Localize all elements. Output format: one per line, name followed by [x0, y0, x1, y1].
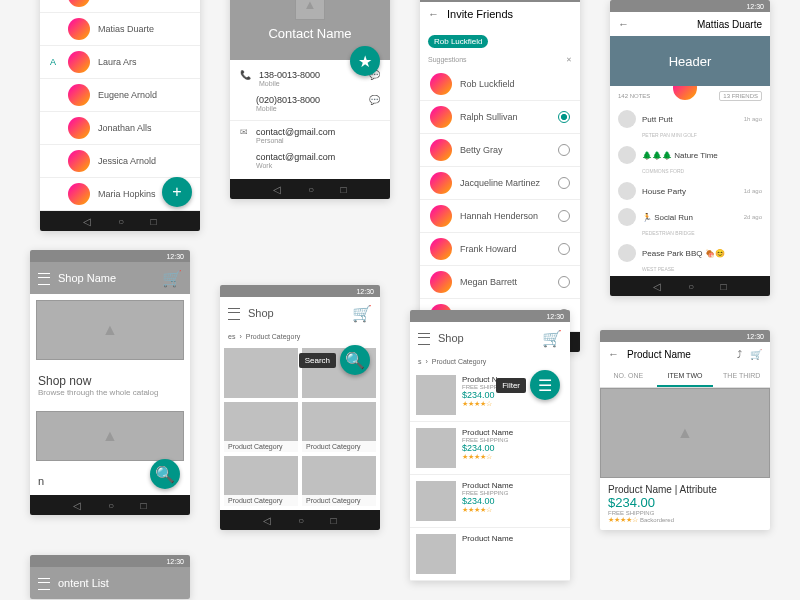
tab-two[interactable]: ITEM TWO: [657, 366, 714, 387]
avatar: [430, 172, 452, 194]
tab-three[interactable]: THE THIRD: [713, 366, 770, 387]
radio-selected[interactable]: [558, 111, 570, 123]
product-row[interactable]: Product NameFREE SHIPPING$234.00★★★★☆: [410, 422, 570, 475]
filter-fab[interactable]: ☰: [530, 370, 560, 400]
feed-item[interactable]: Pease Park BBQ 🍖😊: [610, 240, 770, 266]
contact-row[interactable]: Eugene Arnold: [40, 79, 200, 112]
feed-item[interactable]: House Party1d ago: [610, 178, 770, 204]
android-navbar: ◁○□: [220, 510, 380, 530]
product-row[interactable]: Product NameFREE SHIPPING$234.00★★★★☆: [410, 475, 570, 528]
person-name: Megan Barrett: [460, 277, 517, 287]
back-icon[interactable]: ◁: [83, 216, 91, 227]
menu-icon[interactable]: [38, 578, 50, 588]
back-icon[interactable]: ◁: [273, 184, 281, 195]
radio[interactable]: [558, 243, 570, 255]
suggestion-row[interactable]: Rob Luckfield: [420, 68, 580, 101]
category-cell[interactable]: [224, 348, 298, 398]
product-row[interactable]: Product Name: [410, 528, 570, 581]
home-icon[interactable]: ○: [108, 500, 114, 511]
feed-meta: PETER PAN MINI GOLF: [610, 132, 770, 142]
phone-row[interactable]: (020)8013-8000Mobile💬: [230, 91, 390, 116]
back-arrow-icon[interactable]: ←: [608, 348, 619, 360]
back-arrow-icon[interactable]: ←: [428, 8, 439, 20]
star-fab[interactable]: ★: [350, 46, 380, 76]
back-icon[interactable]: ◁: [653, 281, 661, 292]
category-cell[interactable]: Product Category: [224, 402, 298, 452]
friends-button[interactable]: 13 FRIENDS: [719, 91, 762, 101]
phone-number: 138-0013-8000: [259, 70, 320, 80]
search-fab[interactable]: 🔍: [340, 345, 370, 375]
share-icon[interactable]: ⤴: [737, 349, 742, 360]
feed-item[interactable]: Putt Putt1h ago: [610, 106, 770, 132]
suggestion-row[interactable]: Jacqueline Martinez: [420, 167, 580, 200]
category-cell[interactable]: Product Category: [302, 402, 376, 452]
contact-row[interactable]: Jonathan Alls: [40, 112, 200, 145]
feed-title: Putt Putt: [642, 115, 673, 124]
avatar: [430, 106, 452, 128]
contacts-list-screen: Matthew Russell Matias Duarte ALaura Ars…: [40, 0, 200, 231]
screen-title: Invite Friends: [447, 8, 513, 20]
breadcrumb[interactable]: es›Product Category: [220, 329, 380, 344]
contact-row[interactable]: Matthew Russell: [40, 0, 200, 13]
rating-stars: ★★★★☆: [462, 400, 513, 408]
contact-row[interactable]: Jessica Arnold: [40, 145, 200, 178]
home-icon[interactable]: ○: [118, 216, 124, 227]
recent-icon[interactable]: □: [331, 515, 337, 526]
close-icon[interactable]: ✕: [566, 56, 572, 64]
recent-icon[interactable]: □: [151, 216, 157, 227]
suggestion-row[interactable]: Megan Barrett: [420, 266, 580, 299]
suggestion-row[interactable]: Frank Howard: [420, 233, 580, 266]
breadcrumb[interactable]: s›Product Category: [410, 354, 570, 369]
category-cell[interactable]: Product Category: [302, 456, 376, 506]
menu-icon[interactable]: [418, 333, 430, 343]
stock-status: Backordered: [640, 517, 674, 523]
clock: 12:30: [546, 313, 564, 320]
radio[interactable]: [558, 276, 570, 288]
radio[interactable]: [558, 177, 570, 189]
avatar: [430, 139, 452, 161]
recent-icon[interactable]: □: [141, 500, 147, 511]
back-arrow-icon[interactable]: ←: [618, 18, 629, 30]
search-fab[interactable]: 🔍: [150, 459, 180, 489]
add-contact-fab[interactable]: +: [162, 177, 192, 207]
cart-icon[interactable]: 🛒: [750, 349, 762, 360]
avatar: [68, 18, 90, 40]
home-icon[interactable]: ○: [688, 281, 694, 292]
category-cell[interactable]: Product Category: [224, 456, 298, 506]
product-name: Product Name: [462, 534, 513, 543]
feed-item[interactable]: 🏃 Social Run2d ago: [610, 204, 770, 230]
avatar: [68, 183, 90, 205]
menu-icon[interactable]: [228, 308, 240, 318]
contact-row[interactable]: ALaura Ars: [40, 46, 200, 79]
home-icon[interactable]: ○: [308, 184, 314, 195]
message-icon[interactable]: 💬: [369, 95, 380, 112]
contact-name: Matias Duarte: [98, 24, 154, 34]
cart-icon[interactable]: 🛒: [542, 329, 562, 348]
cart-icon[interactable]: 🛒: [352, 304, 372, 323]
menu-icon[interactable]: [38, 273, 50, 283]
selected-chip[interactable]: Rob Luckfield: [428, 35, 488, 48]
home-icon[interactable]: ○: [298, 515, 304, 526]
suggestion-row[interactable]: Hannah Henderson: [420, 200, 580, 233]
app-title: Shop: [438, 332, 534, 344]
contact-row[interactable]: Matias Duarte: [40, 13, 200, 46]
suggestion-row[interactable]: Betty Gray: [420, 134, 580, 167]
email-row[interactable]: ✉contact@gmail.comPersonal: [230, 120, 390, 148]
recent-icon[interactable]: □: [341, 184, 347, 195]
back-icon[interactable]: ◁: [263, 515, 271, 526]
suggestions-heading: Suggestions: [428, 56, 467, 64]
back-icon[interactable]: ◁: [73, 500, 81, 511]
radio[interactable]: [558, 144, 570, 156]
person-name: Hannah Henderson: [460, 211, 538, 221]
suggestion-row[interactable]: Ralph Sullivan: [420, 101, 580, 134]
content-list-screen: 12:30 ontent List: [30, 555, 190, 599]
cart-icon[interactable]: 🛒: [162, 269, 182, 288]
feed-item[interactable]: 🌲🌲🌲 Nature Time: [610, 142, 770, 168]
recent-icon[interactable]: □: [721, 281, 727, 292]
radio[interactable]: [558, 210, 570, 222]
notes-count: 142 NOTES: [618, 93, 650, 99]
contact-name: Matthew Russell: [98, 0, 164, 1]
tab-one[interactable]: NO. ONE: [600, 366, 657, 387]
email-row[interactable]: contact@gmail.comWork: [230, 148, 390, 173]
android-navbar: ◁○□: [30, 495, 190, 515]
